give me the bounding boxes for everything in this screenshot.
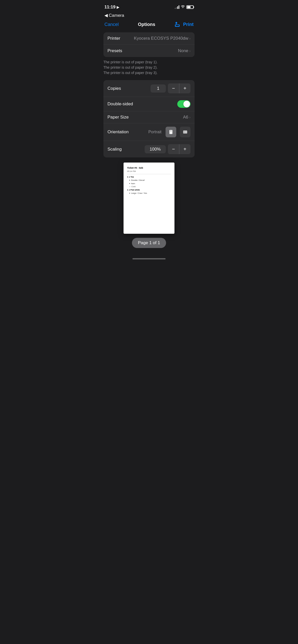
orientation-value: Portrait xyxy=(148,130,161,134)
ticket-item2-opt1: Large / Cow / Yes xyxy=(129,192,171,195)
cancel-button[interactable]: Cancel xyxy=(104,22,119,27)
paper-size-chevron-icon: › xyxy=(189,115,191,119)
home-bar xyxy=(132,258,166,259)
copies-label: Copies xyxy=(107,86,121,91)
nav-right-actions: Print xyxy=(174,22,194,27)
toggle-knob xyxy=(183,101,190,107)
ticket-item1-cold: Cold xyxy=(129,185,171,188)
preview-page: Ticket #9 - Seb 05:14 PM 1 x Tea Double … xyxy=(124,163,174,234)
scaling-row: Scaling 100% − + xyxy=(103,141,195,157)
wifi-icon xyxy=(181,5,185,9)
scaling-control: 100% − + xyxy=(145,144,191,154)
ticket-item1-name: 1 x Tea xyxy=(127,176,171,178)
page-indicator: Page 1 of 1 xyxy=(132,238,166,248)
ticket-item1-opt2: ham xyxy=(129,182,171,185)
paper-size-value: A6 › xyxy=(183,115,191,120)
double-sided-label: Double-sided xyxy=(107,101,133,107)
warning-3: The printer is out of paper (tray 3). xyxy=(103,70,195,76)
warning-1: The printer is out of paper (tray 1). xyxy=(103,60,195,65)
share-button[interactable] xyxy=(174,22,180,27)
ticket-item1-opt1: Double / Decaf xyxy=(129,179,171,182)
back-button[interactable]: ◀ Camera xyxy=(104,13,124,18)
printer-name: Kyocera ECOSYS P2040dw xyxy=(134,36,188,41)
printer-label: Printer xyxy=(107,36,120,41)
location-icon: ▶ xyxy=(117,5,119,9)
copies-value: 1 xyxy=(151,84,166,93)
battery-icon xyxy=(186,5,194,9)
paper-size-label: Paper Size xyxy=(107,115,129,120)
back-label: Camera xyxy=(109,13,124,18)
ticket-item2-name: 1 x Flat white xyxy=(127,189,171,191)
ticket-title: Ticket #9 - Seb xyxy=(127,167,171,169)
status-bar: 11:19 ▶ xyxy=(99,0,199,12)
landscape-button[interactable] xyxy=(180,127,191,137)
copies-decrease-button[interactable]: − xyxy=(168,83,179,93)
copies-control: 1 − + xyxy=(151,83,191,93)
portrait-button[interactable] xyxy=(166,127,176,137)
paper-size-name: A6 xyxy=(183,115,188,120)
time-display: 11:19 xyxy=(104,5,115,10)
status-time: 11:19 ▶ xyxy=(104,5,119,10)
copies-row: Copies 1 − + xyxy=(103,80,195,97)
warning-2: The printer is out of paper (tray 2). xyxy=(103,65,195,70)
navigation-bar: Cancel Options Print xyxy=(99,20,199,31)
printer-chevron-icon: › xyxy=(189,36,191,40)
back-navigation[interactable]: ◀ Camera xyxy=(99,12,199,20)
presets-label: Presets xyxy=(107,48,122,53)
printer-settings-card: Printer Kyocera ECOSYS P2040dw › Presets… xyxy=(103,32,195,57)
scaling-label: Scaling xyxy=(107,147,122,152)
ticket-time: 05:14 PM xyxy=(127,170,171,172)
status-right-icons xyxy=(175,5,194,9)
print-button[interactable]: Print xyxy=(183,22,194,27)
signal-icon xyxy=(175,5,179,9)
scaling-increase-button[interactable]: + xyxy=(179,144,191,154)
scaling-decrease-button[interactable]: − xyxy=(168,144,179,154)
scaling-value: 100% xyxy=(145,145,166,153)
ticket-divider xyxy=(127,174,171,174)
orientation-row: Orientation Portrait xyxy=(103,123,195,141)
page-title: Options xyxy=(138,22,155,27)
paper-size-row[interactable]: Paper Size A6 › xyxy=(103,111,195,123)
back-chevron-icon: ◀ xyxy=(104,13,108,18)
orientation-control: Portrait xyxy=(148,127,191,137)
orientation-label: Orientation xyxy=(107,129,129,135)
print-preview-area: Ticket #9 - Seb 05:14 PM 1 x Tea Double … xyxy=(99,163,199,253)
copies-stepper[interactable]: − + xyxy=(168,83,191,93)
double-sided-row: Double-sided xyxy=(103,97,195,111)
printer-value: Kyocera ECOSYS P2040dw › xyxy=(134,36,191,41)
copies-increase-button[interactable]: + xyxy=(179,83,191,93)
double-sided-toggle[interactable] xyxy=(177,100,191,108)
presets-value: None › xyxy=(178,48,191,53)
home-indicator xyxy=(99,256,199,261)
printer-row[interactable]: Printer Kyocera ECOSYS P2040dw › xyxy=(103,32,195,45)
presets-name: None xyxy=(178,48,188,53)
presets-row[interactable]: Presets None › xyxy=(103,45,195,57)
presets-chevron-icon: › xyxy=(189,49,191,53)
print-options-card: Copies 1 − + Double-sided Paper Size A6 … xyxy=(103,80,195,157)
scaling-stepper[interactable]: − + xyxy=(168,144,191,154)
warning-messages: The printer is out of paper (tray 1). Th… xyxy=(99,57,199,77)
